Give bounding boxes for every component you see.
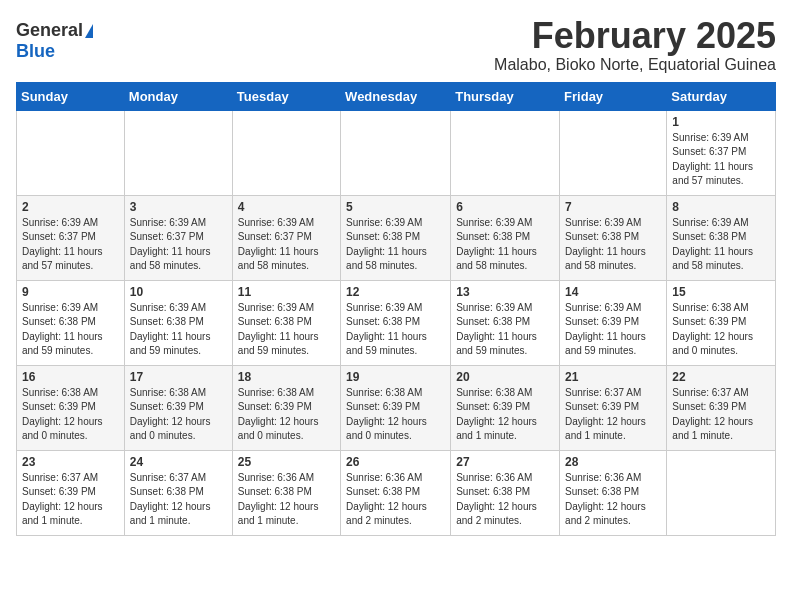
table-row: 4Sunrise: 6:39 AM Sunset: 6:37 PM Daylig… — [232, 195, 340, 280]
day-number: 16 — [22, 370, 119, 384]
col-tuesday: Tuesday — [232, 82, 340, 110]
table-row: 16Sunrise: 6:38 AM Sunset: 6:39 PM Dayli… — [17, 365, 125, 450]
day-info: Sunrise: 6:39 AM Sunset: 6:37 PM Dayligh… — [130, 216, 227, 274]
calendar-week-row: 16Sunrise: 6:38 AM Sunset: 6:39 PM Dayli… — [17, 365, 776, 450]
page-header: General Blue February 2025 Malabo, Bioko… — [16, 16, 776, 74]
day-number: 20 — [456, 370, 554, 384]
day-info: Sunrise: 6:38 AM Sunset: 6:39 PM Dayligh… — [22, 386, 119, 444]
day-info: Sunrise: 6:38 AM Sunset: 6:39 PM Dayligh… — [238, 386, 335, 444]
day-number: 26 — [346, 455, 445, 469]
day-number: 11 — [238, 285, 335, 299]
col-saturday: Saturday — [667, 82, 776, 110]
calendar-week-row: 2Sunrise: 6:39 AM Sunset: 6:37 PM Daylig… — [17, 195, 776, 280]
day-number: 28 — [565, 455, 661, 469]
title-area: February 2025 Malabo, Bioko Norte, Equat… — [494, 16, 776, 74]
logo-general-text: General — [16, 20, 83, 41]
day-number: 7 — [565, 200, 661, 214]
day-number: 27 — [456, 455, 554, 469]
table-row: 7Sunrise: 6:39 AM Sunset: 6:38 PM Daylig… — [560, 195, 667, 280]
day-number: 2 — [22, 200, 119, 214]
calendar-table: Sunday Monday Tuesday Wednesday Thursday… — [16, 82, 776, 536]
table-row: 21Sunrise: 6:37 AM Sunset: 6:39 PM Dayli… — [560, 365, 667, 450]
day-number: 17 — [130, 370, 227, 384]
col-wednesday: Wednesday — [341, 82, 451, 110]
day-info: Sunrise: 6:36 AM Sunset: 6:38 PM Dayligh… — [456, 471, 554, 529]
page-subtitle: Malabo, Bioko Norte, Equatorial Guinea — [494, 56, 776, 74]
day-info: Sunrise: 6:37 AM Sunset: 6:39 PM Dayligh… — [565, 386, 661, 444]
table-row: 19Sunrise: 6:38 AM Sunset: 6:39 PM Dayli… — [341, 365, 451, 450]
day-number: 21 — [565, 370, 661, 384]
table-row — [667, 450, 776, 535]
table-row — [341, 110, 451, 195]
table-row: 5Sunrise: 6:39 AM Sunset: 6:38 PM Daylig… — [341, 195, 451, 280]
day-number: 6 — [456, 200, 554, 214]
day-info: Sunrise: 6:36 AM Sunset: 6:38 PM Dayligh… — [565, 471, 661, 529]
table-row: 22Sunrise: 6:37 AM Sunset: 6:39 PM Dayli… — [667, 365, 776, 450]
day-number: 18 — [238, 370, 335, 384]
day-number: 25 — [238, 455, 335, 469]
day-number: 1 — [672, 115, 770, 129]
col-monday: Monday — [124, 82, 232, 110]
table-row — [232, 110, 340, 195]
day-number: 23 — [22, 455, 119, 469]
calendar-week-row: 1Sunrise: 6:39 AM Sunset: 6:37 PM Daylig… — [17, 110, 776, 195]
table-row: 17Sunrise: 6:38 AM Sunset: 6:39 PM Dayli… — [124, 365, 232, 450]
day-info: Sunrise: 6:36 AM Sunset: 6:38 PM Dayligh… — [346, 471, 445, 529]
table-row: 27Sunrise: 6:36 AM Sunset: 6:38 PM Dayli… — [451, 450, 560, 535]
day-info: Sunrise: 6:38 AM Sunset: 6:39 PM Dayligh… — [672, 301, 770, 359]
day-info: Sunrise: 6:38 AM Sunset: 6:39 PM Dayligh… — [346, 386, 445, 444]
day-number: 22 — [672, 370, 770, 384]
day-info: Sunrise: 6:39 AM Sunset: 6:38 PM Dayligh… — [565, 216, 661, 274]
table-row: 11Sunrise: 6:39 AM Sunset: 6:38 PM Dayli… — [232, 280, 340, 365]
table-row: 10Sunrise: 6:39 AM Sunset: 6:38 PM Dayli… — [124, 280, 232, 365]
day-info: Sunrise: 6:36 AM Sunset: 6:38 PM Dayligh… — [238, 471, 335, 529]
day-info: Sunrise: 6:39 AM Sunset: 6:38 PM Dayligh… — [672, 216, 770, 274]
page-title: February 2025 — [494, 16, 776, 56]
table-row — [560, 110, 667, 195]
col-friday: Friday — [560, 82, 667, 110]
table-row — [17, 110, 125, 195]
day-info: Sunrise: 6:39 AM Sunset: 6:38 PM Dayligh… — [22, 301, 119, 359]
day-info: Sunrise: 6:39 AM Sunset: 6:37 PM Dayligh… — [22, 216, 119, 274]
table-row: 8Sunrise: 6:39 AM Sunset: 6:38 PM Daylig… — [667, 195, 776, 280]
calendar-header-row: Sunday Monday Tuesday Wednesday Thursday… — [17, 82, 776, 110]
table-row: 6Sunrise: 6:39 AM Sunset: 6:38 PM Daylig… — [451, 195, 560, 280]
table-row: 2Sunrise: 6:39 AM Sunset: 6:37 PM Daylig… — [17, 195, 125, 280]
day-info: Sunrise: 6:39 AM Sunset: 6:38 PM Dayligh… — [456, 216, 554, 274]
calendar-week-row: 23Sunrise: 6:37 AM Sunset: 6:39 PM Dayli… — [17, 450, 776, 535]
day-info: Sunrise: 6:37 AM Sunset: 6:39 PM Dayligh… — [22, 471, 119, 529]
day-info: Sunrise: 6:37 AM Sunset: 6:38 PM Dayligh… — [130, 471, 227, 529]
day-number: 12 — [346, 285, 445, 299]
table-row: 9Sunrise: 6:39 AM Sunset: 6:38 PM Daylig… — [17, 280, 125, 365]
day-info: Sunrise: 6:38 AM Sunset: 6:39 PM Dayligh… — [456, 386, 554, 444]
day-number: 10 — [130, 285, 227, 299]
table-row: 14Sunrise: 6:39 AM Sunset: 6:39 PM Dayli… — [560, 280, 667, 365]
day-info: Sunrise: 6:39 AM Sunset: 6:37 PM Dayligh… — [672, 131, 770, 189]
table-row: 13Sunrise: 6:39 AM Sunset: 6:38 PM Dayli… — [451, 280, 560, 365]
day-info: Sunrise: 6:39 AM Sunset: 6:38 PM Dayligh… — [238, 301, 335, 359]
day-number: 13 — [456, 285, 554, 299]
table-row: 15Sunrise: 6:38 AM Sunset: 6:39 PM Dayli… — [667, 280, 776, 365]
day-info: Sunrise: 6:39 AM Sunset: 6:38 PM Dayligh… — [456, 301, 554, 359]
table-row: 18Sunrise: 6:38 AM Sunset: 6:39 PM Dayli… — [232, 365, 340, 450]
day-info: Sunrise: 6:38 AM Sunset: 6:39 PM Dayligh… — [130, 386, 227, 444]
col-thursday: Thursday — [451, 82, 560, 110]
table-row: 20Sunrise: 6:38 AM Sunset: 6:39 PM Dayli… — [451, 365, 560, 450]
table-row — [124, 110, 232, 195]
table-row: 24Sunrise: 6:37 AM Sunset: 6:38 PM Dayli… — [124, 450, 232, 535]
table-row: 26Sunrise: 6:36 AM Sunset: 6:38 PM Dayli… — [341, 450, 451, 535]
day-info: Sunrise: 6:39 AM Sunset: 6:38 PM Dayligh… — [346, 216, 445, 274]
day-number: 8 — [672, 200, 770, 214]
table-row: 1Sunrise: 6:39 AM Sunset: 6:37 PM Daylig… — [667, 110, 776, 195]
col-sunday: Sunday — [17, 82, 125, 110]
table-row: 3Sunrise: 6:39 AM Sunset: 6:37 PM Daylig… — [124, 195, 232, 280]
day-info: Sunrise: 6:39 AM Sunset: 6:37 PM Dayligh… — [238, 216, 335, 274]
day-number: 4 — [238, 200, 335, 214]
day-info: Sunrise: 6:37 AM Sunset: 6:39 PM Dayligh… — [672, 386, 770, 444]
day-number: 5 — [346, 200, 445, 214]
day-info: Sunrise: 6:39 AM Sunset: 6:38 PM Dayligh… — [130, 301, 227, 359]
day-number: 15 — [672, 285, 770, 299]
day-number: 9 — [22, 285, 119, 299]
logo-icon — [85, 24, 93, 38]
day-number: 19 — [346, 370, 445, 384]
